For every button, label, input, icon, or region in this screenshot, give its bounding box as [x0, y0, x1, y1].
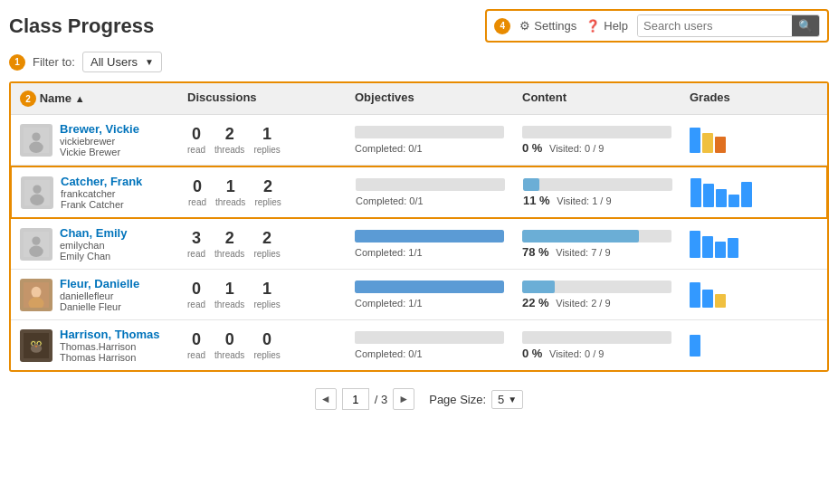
table-body: Brewer, Vickie vickiebrewer Vickie Brewe… — [11, 115, 827, 370]
content-progress-bg — [522, 126, 671, 138]
col-header-name[interactable]: 2 Name ▲ — [11, 83, 178, 114]
svg-point-4 — [33, 185, 41, 193]
pagination: ◄ / 3 ► Page Size: 5 ▼ — [9, 381, 829, 417]
content-pct: 0 % — [522, 141, 542, 155]
objectives-progress-bg — [355, 230, 504, 242]
table-row: Harrison, Thomas Thomas.Harrison Thomas … — [11, 320, 827, 370]
name-link[interactable]: Brewer, Vickie — [60, 122, 139, 136]
fullname: Frank Catcher — [61, 199, 142, 210]
grade-bar — [702, 236, 713, 258]
table-row: Brewer, Vickie vickiebrewer Vickie Brewe… — [11, 115, 827, 166]
objectives-progress-fill — [355, 281, 504, 293]
fullname: Emily Chan — [60, 251, 127, 262]
data-table: 2 Name ▲ Discussions Objectives Content … — [9, 81, 829, 372]
objectives-completed: Completed: 0/1 — [356, 195, 424, 206]
content-cell: 22 % Visited: 2 / 9 — [513, 275, 681, 315]
objectives-progress-bg — [355, 281, 504, 293]
content-cell: 78 % Visited: 7 / 9 — [513, 224, 681, 264]
objectives-cell: Completed: 1/1 — [346, 275, 513, 315]
grades-cell — [681, 173, 813, 213]
username: frankcatcher — [61, 188, 142, 199]
content-visited: Visited: 7 / 9 — [556, 247, 610, 258]
content-pct: 0 % — [522, 347, 542, 360]
fullname: Thomas Harrison — [60, 352, 160, 363]
svg-point-2 — [29, 141, 43, 152]
search-input[interactable] — [638, 15, 792, 36]
svg-point-17 — [31, 344, 42, 352]
svg-point-1 — [32, 132, 40, 140]
content-pct: 78 % — [522, 245, 549, 259]
name-link[interactable]: Catcher, Frank — [61, 175, 142, 188]
name-cell-catcher-frank: Catcher, Frank frankcatcher Frank Catche… — [12, 167, 179, 217]
objectives-cell: Completed: 0/1 — [347, 173, 514, 213]
disc-threads: 2 threads — [214, 229, 244, 259]
content-cell: 0 % Visited: 0 / 9 — [513, 326, 681, 366]
filter-label: Filter to: — [33, 55, 75, 69]
grade-bar — [715, 294, 726, 308]
objectives-progress-bg — [355, 331, 504, 344]
grades-cell — [681, 225, 812, 263]
search-icon: 🔍 — [798, 19, 813, 33]
avatar — [20, 279, 52, 311]
objectives-progress-bg — [355, 126, 504, 138]
next-page-button[interactable]: ► — [393, 388, 414, 410]
page-title: Class Progress — [9, 14, 154, 38]
avatar — [21, 176, 53, 209]
disc-replies: 0 replies — [253, 330, 280, 360]
name-link[interactable]: Chan, Emily — [60, 226, 127, 240]
grade-bar — [703, 184, 714, 207]
objectives-progress-bg — [356, 178, 505, 191]
name-link[interactable]: Fleur, Danielle — [60, 277, 139, 290]
fullname: Vickie Brewer — [60, 147, 139, 157]
content-visited: Visited: 0 / 9 — [549, 348, 604, 359]
filter-value: All Users — [90, 55, 138, 69]
settings-button[interactable]: ⚙ Settings — [519, 19, 576, 33]
name-link[interactable]: Harrison, Thomas — [60, 328, 160, 341]
page-size-chevron-icon: ▼ — [508, 395, 517, 404]
table-header: 2 Name ▲ Discussions Objectives Content … — [11, 83, 827, 115]
svg-point-5 — [30, 194, 44, 204]
content-pct: 11 % — [523, 194, 550, 207]
disc-read: 0 read — [187, 330, 205, 360]
disc-replies: 2 replies — [254, 177, 281, 207]
name-info: Catcher, Frank frankcatcher Frank Catche… — [61, 175, 142, 210]
grade-bar — [741, 182, 752, 207]
help-button[interactable]: ❓ Help — [586, 19, 628, 33]
objectives-completed: Completed: 1/1 — [355, 247, 423, 258]
table-badge: 2 — [20, 90, 36, 107]
name-cell-harrison-thomas: Harrison, Thomas Thomas.Harrison Thomas … — [11, 320, 178, 370]
grade-bar — [702, 290, 713, 308]
disc-replies: 1 replies — [253, 280, 280, 309]
content-progress-bg — [523, 178, 672, 191]
grade-bar — [715, 137, 726, 153]
svg-point-8 — [29, 245, 43, 256]
name-info: Brewer, Vickie vickiebrewer Vickie Brewe… — [60, 122, 139, 157]
disc-replies: 2 replies — [253, 229, 280, 259]
search-button[interactable]: 🔍 — [792, 15, 819, 36]
search-container: 🔍 — [637, 14, 820, 37]
disc-threads: 1 threads — [214, 280, 244, 309]
svg-point-7 — [32, 236, 40, 244]
grades-cell — [681, 277, 812, 313]
content-progress-bg — [522, 281, 671, 293]
disc-threads: 0 threads — [214, 330, 244, 360]
page-size-dropdown[interactable]: 5 ▼ — [491, 390, 523, 409]
objectives-cell: Completed: 1/1 — [346, 224, 513, 264]
filter-dropdown[interactable]: All Users ▼ — [82, 52, 162, 72]
fullname: Danielle Fleur — [60, 301, 139, 312]
page-number-input[interactable] — [342, 388, 369, 410]
username: Thomas.Harrison — [60, 341, 160, 352]
grade-bar — [702, 133, 713, 153]
grade-bar — [690, 128, 700, 153]
disc-threads: 1 threads — [215, 177, 245, 207]
table-row: Fleur, Danielle daniellefleur Danielle F… — [11, 270, 827, 320]
name-info: Chan, Emily emilychan Emily Chan — [60, 226, 127, 262]
discussions-cell: 3 read 2 threads 2 replies — [178, 222, 346, 266]
table-row: Catcher, Frank frankcatcher Frank Catche… — [10, 166, 828, 219]
disc-read: 0 read — [187, 280, 205, 309]
help-label: Help — [604, 19, 628, 33]
objectives-progress-fill — [355, 230, 504, 242]
objectives-completed: Completed: 0/1 — [355, 348, 423, 359]
prev-page-button[interactable]: ◄ — [315, 388, 337, 410]
content-progress-fill — [522, 230, 639, 242]
